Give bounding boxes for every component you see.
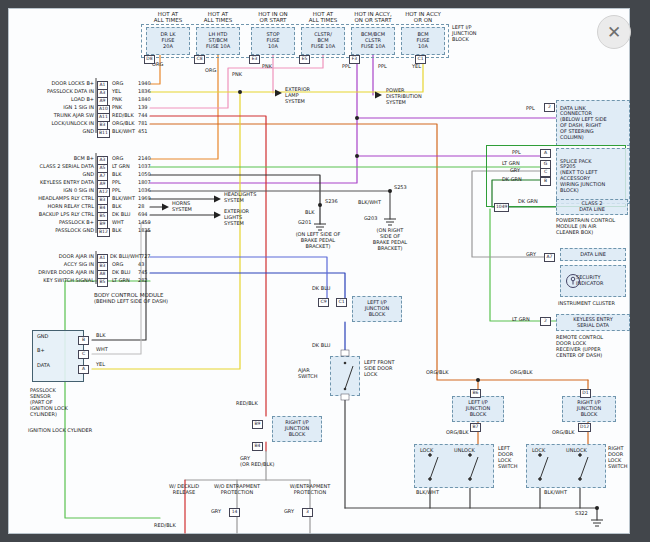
close-button[interactable]: ✕ (597, 15, 631, 49)
diagram-page (8, 8, 630, 534)
diagram-viewer: DR LKFUSE20ALH HTDST/BCMFUSE 10ASTOPFUSE… (0, 0, 650, 542)
